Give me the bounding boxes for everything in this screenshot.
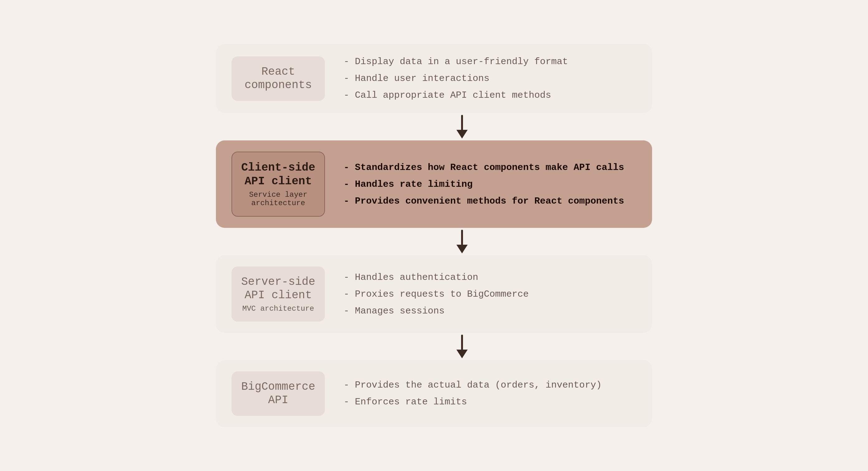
layer-client-api: Client-side API clientService layer arch… [216,140,652,228]
arrow-shaft [461,115,463,130]
architecture-diagram: React components- Display data in a user… [216,44,652,427]
detail-item-client-api-2: - Provides convenient methods for React … [344,195,637,208]
arrow-icon-0 [457,115,468,138]
layer-react-components: React components- Display data in a user… [216,44,652,113]
label-box-server-api: Server-side API clientMVC architecture [231,267,325,322]
layer-details-server-api: - Handles authentication- Proxies reques… [344,271,637,317]
arrow-0 [400,113,468,140]
detail-item-react-components-0: - Display data in a user-friendly format [344,55,637,68]
layer-title-bigcommerce-api: BigCommerce API [241,380,315,407]
layer-subtitle-client-api: Service layer architecture [240,191,317,207]
layer-details-bigcommerce-api: - Provides the actual data (orders, inve… [344,378,637,408]
label-box-client-api: Client-side API clientService layer arch… [231,152,325,216]
detail-item-client-api-1: - Handles rate limiting [344,178,637,191]
layer-details-react-components: - Display data in a user-friendly format… [344,55,637,102]
arrow-icon-2 [457,335,468,358]
arrow-shaft [461,230,463,245]
layer-server-api: Server-side API clientMVC architecture- … [216,255,652,333]
arrow-head [457,349,468,358]
detail-item-bigcommerce-api-1: - Enforces rate limits [344,395,637,408]
detail-item-react-components-2: - Call appropriate API client methods [344,89,637,102]
arrow-head [457,245,468,254]
layer-subtitle-server-api: MVC architecture [242,304,314,313]
arrow-shaft [461,335,463,350]
label-box-react-components: React components [231,56,325,101]
layer-title-client-api: Client-side API client [240,161,317,188]
arrow-icon-1 [457,230,468,254]
detail-item-bigcommerce-api-0: - Provides the actual data (orders, inve… [344,378,637,392]
arrow-1 [400,228,468,255]
detail-item-server-api-2: - Manages sessions [344,304,637,317]
label-box-bigcommerce-api: BigCommerce API [231,371,325,415]
arrow-2 [400,333,468,360]
arrow-head [457,130,468,138]
detail-item-server-api-0: - Handles authentication [344,271,637,284]
detail-item-server-api-1: - Proxies requests to BigCommerce [344,288,637,301]
layer-title-server-api: Server-side API client [239,275,317,302]
layer-bigcommerce-api: BigCommerce API- Provides the actual dat… [216,360,652,427]
layer-details-client-api: - Standardizes how React components make… [344,161,637,208]
detail-item-react-components-1: - Handle user interactions [344,72,637,85]
layer-title-react-components: React components [245,65,312,92]
detail-item-client-api-0: - Standardizes how React components make… [344,161,637,174]
